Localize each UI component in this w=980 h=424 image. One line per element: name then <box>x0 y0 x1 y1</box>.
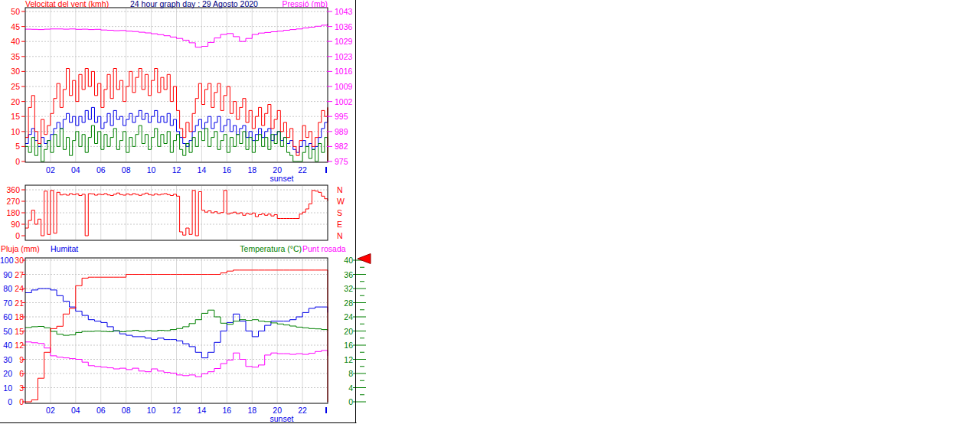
end-of-day-marker-bottom <box>325 407 327 413</box>
temperature-marker-triangle <box>358 254 371 264</box>
hour-label-top: 08 <box>119 166 134 174</box>
humidity-y-axis-label: 20 <box>0 370 12 377</box>
wind-y-axis-label: 5 <box>0 142 20 150</box>
direction-y-axis-label: 270 <box>0 197 20 205</box>
wind-y-axis-label: 30 <box>0 67 20 75</box>
humidity-y-axis-label: 80 <box>0 285 12 292</box>
rain-y-axis-label: 12 <box>12 341 24 349</box>
hour-label-bottom: 22 <box>295 406 310 414</box>
hour-label-top: 14 <box>194 166 209 174</box>
wind-y-axis-label: 45 <box>0 23 20 31</box>
humidity-y-axis-label: 30 <box>0 356 12 364</box>
pressure-y-axis-label: 1029 <box>335 38 352 45</box>
pressure-y-axis-label: 1009 <box>335 83 352 90</box>
charts-canvas <box>0 0 980 424</box>
graph-date-title: 24 hour graph day : 29 Agosto 2020 <box>130 0 258 8</box>
hour-label-bottom: 02 <box>43 406 58 414</box>
wind-y-axis-label: 25 <box>0 83 20 90</box>
wind-y-axis-label: 10 <box>0 128 20 135</box>
humidity-y-axis-label: 0 <box>0 398 12 406</box>
temperature-y-axis-label: 8 <box>340 370 353 377</box>
rain-y-axis-label: 18 <box>12 313 24 321</box>
rain-y-axis-label: 15 <box>12 328 24 335</box>
wind-y-axis-label: 40 <box>0 38 20 45</box>
hour-label-top: 12 <box>169 166 185 174</box>
direction-compass-label: E <box>337 220 342 228</box>
humidity-y-axis-label: 90 <box>0 271 12 279</box>
hour-label-bottom: 06 <box>93 406 109 414</box>
hour-label-top: 10 <box>144 166 159 174</box>
hour-label-bottom: 12 <box>169 406 185 414</box>
hour-label-bottom: 18 <box>244 406 260 414</box>
hour-label-bottom: 04 <box>68 406 83 414</box>
wind-y-axis-label: 0 <box>0 158 20 165</box>
rain-y-axis-label: 3 <box>12 384 24 392</box>
wind-y-axis-label: 50 <box>0 8 20 15</box>
temperature-y-axis-label: 16 <box>340 341 353 349</box>
hour-label-top: 22 <box>295 166 310 174</box>
humidity-y-axis-label: 50 <box>0 328 12 335</box>
direction-y-axis-label: 360 <box>0 186 20 194</box>
wind-y-axis-label: 35 <box>0 53 20 60</box>
pressure-y-axis-label: 1023 <box>335 53 352 60</box>
humidity-y-axis-label: 10 <box>0 384 12 392</box>
direction-compass-label: W <box>337 197 345 205</box>
direction-y-axis-label: 180 <box>0 209 20 217</box>
direction-compass-label: N <box>337 186 343 194</box>
temperature-y-axis-label: 32 <box>340 285 353 292</box>
temperature-y-axis-label: 4 <box>340 384 353 392</box>
temperature-y-axis-label: 20 <box>340 328 353 335</box>
temperature-y-axis-label: 12 <box>340 356 353 364</box>
rain-y-axis-label: 6 <box>12 370 24 377</box>
rain-series-label: Pluja (mm) <box>1 245 40 253</box>
rain-y-axis-label: 0 <box>12 398 24 406</box>
pressure-y-axis-label: 995 <box>335 113 348 120</box>
pressure-y-axis-label: 1043 <box>335 8 352 15</box>
hour-label-top: 16 <box>219 166 234 174</box>
temperature-y-axis-label: 40 <box>340 256 353 264</box>
pressure-y-axis-label: 975 <box>335 158 348 165</box>
rain-y-axis-label: 24 <box>12 285 24 292</box>
weather-app-window: Velocitat del vent (kmh) 24 hour graph d… <box>0 0 980 424</box>
rain-y-axis-label: 21 <box>12 299 24 307</box>
sunset-label-top: sunset <box>266 174 297 182</box>
temperature-y-axis-label: 28 <box>340 299 353 307</box>
wind-chart-title: Velocitat del vent (kmh) <box>25 0 109 8</box>
rain-y-axis-label: 9 <box>12 356 24 364</box>
wind-y-axis-label: 20 <box>0 98 20 106</box>
hour-label-bottom: 20 <box>270 406 285 414</box>
hour-label-bottom: 14 <box>194 406 209 414</box>
sunset-label-bottom: sunset <box>266 415 297 422</box>
humidity-y-axis-label: 70 <box>0 299 12 307</box>
hour-label-top: 02 <box>43 166 58 174</box>
pressure-y-axis-label: 1002 <box>335 98 352 106</box>
direction-compass-label: N <box>337 232 343 240</box>
dewpoint-series-label: Punt rosada <box>302 245 346 253</box>
hour-label-top: 20 <box>270 166 285 174</box>
temperature-y-axis-label: 24 <box>340 313 353 321</box>
hour-label-top: 18 <box>244 166 260 174</box>
pressure-chart-title: Pressió (mb) <box>263 0 328 8</box>
humidity-series-label: Humitat <box>51 245 78 253</box>
hour-label-bottom: 16 <box>219 406 234 414</box>
direction-compass-label: S <box>337 209 342 217</box>
rain-y-axis-label: 27 <box>12 271 24 279</box>
direction-y-axis-label: 90 <box>0 220 20 228</box>
humidity-y-axis-label: 60 <box>0 313 12 321</box>
humidity-y-axis-label: 40 <box>0 341 12 349</box>
hour-label-bottom: 08 <box>119 406 134 414</box>
end-of-day-marker-top <box>325 167 327 173</box>
temperature-series-label: Temperatura (°C) <box>191 245 302 253</box>
pressure-y-axis-label: 1016 <box>335 67 352 75</box>
pressure-y-axis-label: 989 <box>335 128 348 135</box>
pressure-y-axis-label: 1036 <box>335 23 352 31</box>
temperature-y-axis-label: 0 <box>340 398 353 406</box>
direction-y-axis-label: 0 <box>0 232 20 240</box>
rain-y-axis-label: 30 <box>12 256 24 264</box>
hour-label-top: 04 <box>68 166 83 174</box>
wind-y-axis-label: 15 <box>0 113 20 120</box>
pressure-y-axis-label: 982 <box>335 142 348 150</box>
humidity-y-axis-label: 100 <box>0 256 12 264</box>
hour-label-top: 06 <box>93 166 109 174</box>
hour-label-bottom: 10 <box>144 406 159 414</box>
